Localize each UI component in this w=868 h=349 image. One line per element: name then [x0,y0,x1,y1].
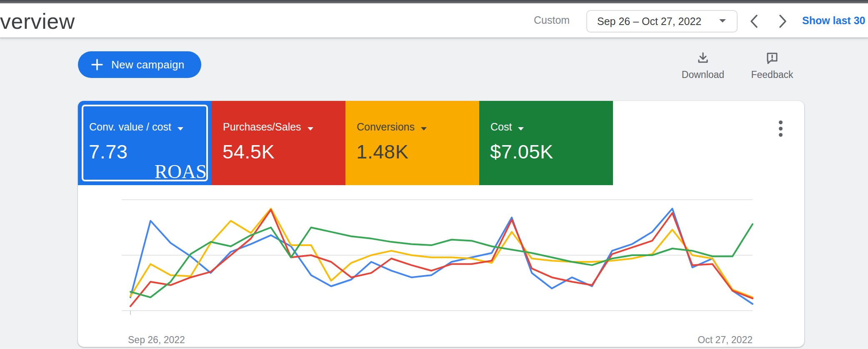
x-axis-end-label: Oct 27, 2022 [698,334,753,346]
previous-period-button[interactable] [744,12,763,31]
download-icon [696,51,710,65]
new-campaign-label: New campaign [111,58,185,71]
metric-chip-purchases-sales[interactable]: Purchases/Sales 54.5K [212,101,345,185]
browser-chrome-strip [0,0,868,3]
feedback-icon [765,51,779,65]
metric-value: 7.73 [89,140,128,163]
metric-value: $7.05K [490,140,553,163]
download-label: Download [670,69,736,80]
metric-chip-conv-value-cost[interactable]: Conv. value / cost 7.73 ROAS [78,101,212,185]
metric-value: 54.5K [223,140,275,163]
download-button[interactable]: Download [670,51,736,80]
metric-label: Cost [490,121,512,133]
overview-card: Conv. value / cost 7.73 ROAS Purchases/S… [78,101,804,347]
page-title: verview [0,8,75,34]
date-mode-label: Custom [534,14,570,26]
more-options-button[interactable] [771,118,790,138]
next-period-button[interactable] [773,12,793,31]
metric-chip-conversions[interactable]: Conversions 1.48K [345,101,479,185]
chevron-down-icon [718,18,727,25]
chevron-down-icon [420,121,427,133]
metric-label: Conversions [357,121,415,133]
more-vert-icon [779,121,783,124]
chevron-down-icon [518,121,524,133]
metric-chip-cost[interactable]: Cost $7.05K [479,101,613,185]
new-campaign-button[interactable]: New campaign [78,51,201,78]
chevron-down-icon [177,121,184,133]
metric-label: Purchases/Sales [223,121,301,133]
chevron-down-icon [307,121,314,133]
show-last-30-link[interactable]: Show last 30 [802,15,865,27]
date-range-picker[interactable]: Sep 26 – Oct 27, 2022 [586,10,738,33]
plus-icon [90,58,104,71]
feedback-button[interactable]: Feedback [739,51,805,80]
feedback-label: Feedback [739,69,805,80]
metric-value: 1.48K [356,140,408,163]
roas-annotation: ROAS [155,160,207,183]
page-header: verview Custom Sep 26 – Oct 27, 2022 Sho… [0,3,868,38]
date-range-value: Sep 26 – Oct 27, 2022 [597,15,701,28]
metric-label: Conv. value / cost [89,121,171,133]
x-axis-start-label: Sep 26, 2022 [128,334,185,346]
metric-chip-row: Conv. value / cost 7.73 ROAS Purchases/S… [78,101,613,185]
